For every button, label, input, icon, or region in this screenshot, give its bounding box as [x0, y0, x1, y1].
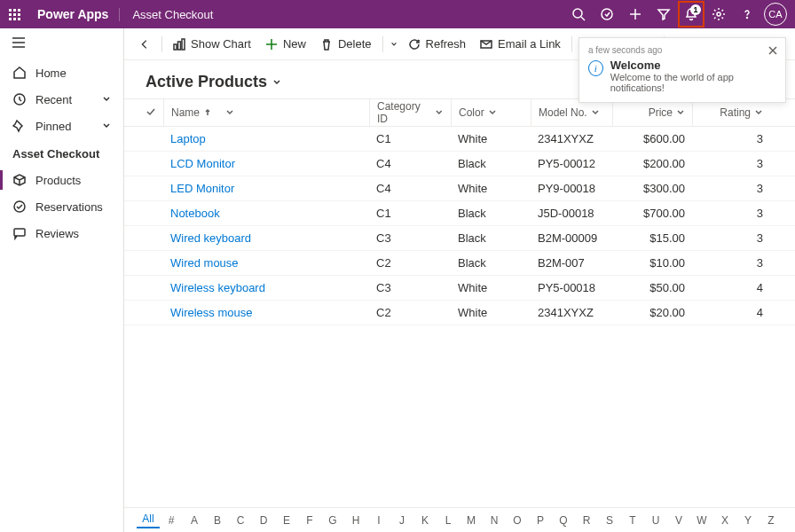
table-row[interactable]: NotebookC1BlackJ5D-00018$700.003 [124, 201, 795, 226]
chart-icon [173, 38, 185, 51]
alpha-filter[interactable]: K [413, 514, 437, 527]
svg-rect-13 [174, 44, 177, 50]
alpha-filter[interactable]: T [621, 514, 644, 527]
svg-point-0 [573, 9, 582, 18]
avatar[interactable]: CA [764, 3, 787, 26]
sidebar-label: Products [35, 174, 81, 187]
alpha-filter[interactable]: W [690, 514, 713, 527]
toast-title: Welcome [610, 59, 776, 72]
alpha-filter[interactable]: G [321, 514, 344, 527]
sidebar-label: Home [35, 66, 67, 80]
alpha-filter[interactable]: All [137, 512, 160, 528]
col-header-price[interactable]: Price [612, 99, 692, 126]
alpha-filter[interactable]: Q [552, 514, 575, 527]
col-header-model[interactable]: Model No. [531, 99, 612, 126]
notifications-button-highlighted[interactable]: 1 [678, 1, 704, 27]
alpha-filter[interactable]: N [483, 514, 506, 527]
col-header-category[interactable]: Category ID [369, 99, 451, 126]
sidebar-item-pinned[interactable]: Pinned [0, 113, 123, 139]
delete-split-chev[interactable] [387, 40, 401, 49]
col-header-rating[interactable]: Rating [692, 99, 770, 126]
sidebar-group-header: Asset Checkout [0, 139, 123, 167]
table-row[interactable]: LCD MonitorC4BlackPY5-00012$200.003 [124, 152, 795, 176]
app-launcher-icon[interactable] [0, 0, 28, 28]
product-link[interactable]: Wireless mouse [163, 306, 369, 319]
notification-toast: a few seconds ago i Welcome Welcome to t… [579, 37, 786, 103]
alpha-filter[interactable]: H [344, 514, 367, 527]
alpha-filter[interactable]: S [598, 514, 621, 527]
settings-icon[interactable] [704, 0, 733, 28]
back-button[interactable] [131, 30, 158, 59]
product-link[interactable]: Wireless keyboard [163, 281, 369, 294]
product-link[interactable]: Laptop [163, 132, 369, 145]
alpha-filter[interactable]: L [437, 514, 460, 527]
table-row[interactable]: LED MonitorC4WhitePY9-00018$300.003 [124, 176, 795, 201]
col-header-name[interactable]: Name [163, 99, 369, 126]
product-link[interactable]: LED Monitor [163, 182, 369, 195]
app-subtitle: Asset Checkout [119, 8, 213, 21]
product-link[interactable]: Wired keyboard [163, 231, 369, 245]
filter-icon[interactable] [649, 0, 678, 28]
home-icon [12, 66, 27, 80]
alpha-filter[interactable]: Z [760, 514, 783, 527]
table-row[interactable]: Wireless mouseC2White2341XYXZ$20.004 [124, 301, 795, 325]
trash-icon [320, 38, 333, 51]
email-link-button[interactable]: Email a Link [473, 30, 568, 59]
header-bar: Power Apps Asset Checkout 1 CA [0, 0, 795, 28]
add-icon[interactable] [621, 0, 649, 28]
show-chart-button[interactable]: Show Chart [166, 30, 258, 59]
product-link[interactable]: LCD Monitor [163, 157, 369, 170]
alpha-filter[interactable]: E [275, 514, 298, 527]
alpha-filter[interactable]: F [298, 514, 321, 527]
product-link[interactable]: Wired mouse [163, 256, 369, 270]
hamburger-icon[interactable] [0, 28, 123, 59]
alpha-filter[interactable]: I [367, 514, 390, 527]
table-row[interactable]: Wired mouseC2BlackB2M-007$10.003 [124, 251, 795, 276]
product-link[interactable]: Notebook [163, 207, 369, 220]
alpha-filter[interactable]: D [252, 514, 275, 527]
help-icon[interactable] [733, 0, 761, 28]
close-icon[interactable] [767, 45, 778, 59]
alpha-filter[interactable]: V [667, 514, 690, 527]
alpha-filter[interactable]: U [644, 514, 667, 527]
sidebar-item-products[interactable]: Products [0, 167, 123, 193]
refresh-icon [408, 38, 421, 51]
alpha-filter[interactable]: P [529, 514, 552, 527]
select-all-checkbox[interactable] [146, 106, 163, 120]
alpha-filter[interactable]: X [713, 514, 736, 527]
sidebar-label: Reviews [35, 227, 79, 240]
alpha-filter[interactable]: O [506, 514, 529, 527]
alpha-filter[interactable]: C [229, 514, 252, 527]
sidebar-item-reservations[interactable]: Reservations [0, 193, 123, 220]
delete-button[interactable]: Delete [313, 30, 379, 59]
alpha-filter[interactable]: R [575, 514, 598, 527]
new-button[interactable]: New [258, 30, 313, 59]
table-row[interactable]: LaptopC1White2341XYXZ$600.003 [124, 127, 795, 152]
chevron-down-icon [272, 78, 281, 87]
search-icon[interactable] [564, 0, 593, 28]
package-icon [12, 173, 27, 187]
grid: Name Category ID Color Model No. Price R… [124, 98, 795, 507]
assistant-icon[interactable] [593, 0, 621, 28]
alpha-filter[interactable]: A [183, 514, 206, 527]
pin-icon [12, 119, 27, 133]
plus-icon [265, 38, 278, 51]
alpha-filter[interactable]: # [160, 514, 183, 527]
alpha-filter[interactable]: Y [736, 514, 760, 527]
table-row[interactable]: Wired keyboardC3BlackB2M-00009$15.003 [124, 226, 795, 251]
sidebar-item-reviews[interactable]: Reviews [0, 220, 123, 246]
alpha-filter[interactable]: J [390, 514, 413, 527]
svg-rect-15 [182, 39, 185, 50]
col-header-color[interactable]: Color [451, 99, 531, 126]
svg-point-5 [717, 12, 720, 16]
refresh-button[interactable]: Refresh [401, 30, 474, 59]
alpha-filter[interactable]: M [460, 514, 483, 527]
sidebar-item-recent[interactable]: Recent [0, 86, 123, 113]
sidebar-item-home[interactable]: Home [0, 59, 123, 86]
sidebar-label: Recent [35, 93, 72, 106]
sidebar-label: Pinned [35, 120, 71, 133]
toast-time: a few seconds ago [588, 45, 776, 55]
info-icon: i [588, 60, 603, 76]
alpha-filter[interactable]: B [206, 514, 229, 527]
table-row[interactable]: Wireless keyboardC3WhitePY5-00018$50.004 [124, 276, 795, 301]
